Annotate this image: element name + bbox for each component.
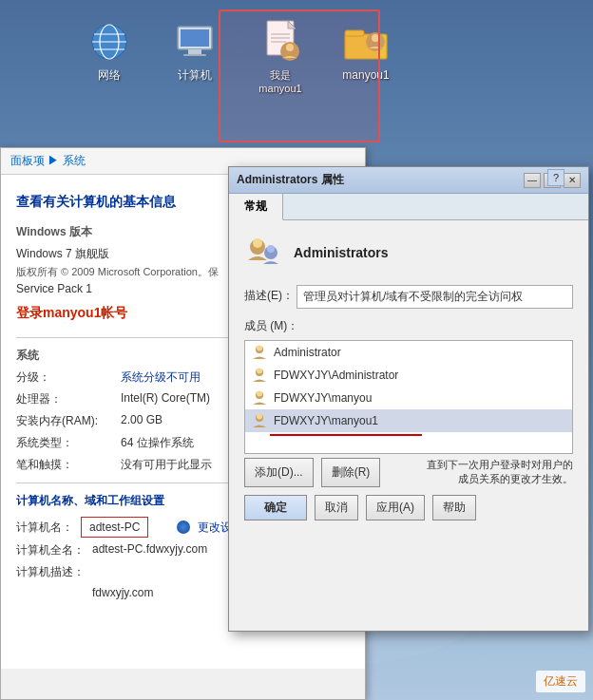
member-icon-3 <box>251 412 268 429</box>
type-value: 64 位操作系统 <box>121 435 194 451</box>
computer-name-label: 计算机名： <box>16 520 73 536</box>
touch-value: 没有可用于此显示 <box>121 457 212 473</box>
dialog-close-button[interactable]: ✕ <box>564 173 581 188</box>
member-icon-0 <box>251 344 268 361</box>
fullname-value: adtest-PC.fdwxyjy.com <box>92 542 207 558</box>
admin-header: Administrators <box>244 234 573 272</box>
svg-rect-7 <box>188 49 201 54</box>
svg-point-29 <box>257 391 262 397</box>
member-name-0: Administrator <box>274 346 341 359</box>
breadcrumb-text: 面板项 ▶ 系统 <box>10 153 86 169</box>
icon-selection-box <box>219 9 380 142</box>
svg-point-21 <box>253 238 262 248</box>
desktop-icon-network[interactable]: 网络 <box>76 19 143 96</box>
grade-value[interactable]: 系统分级不可用 <box>121 369 201 386</box>
description-label2: 计算机描述： <box>16 564 92 580</box>
cpu-label: 处理器： <box>16 391 121 407</box>
svg-rect-6 <box>181 29 209 47</box>
ram-value: 2.00 GB <box>121 413 163 429</box>
network-icon-label: 网络 <box>98 68 121 84</box>
touch-label: 笔和触摸： <box>16 457 121 473</box>
watermark: 亿速云 <box>536 671 585 692</box>
tab-general[interactable]: 常规 <box>229 194 283 220</box>
svg-point-31 <box>257 414 262 420</box>
description-field-row: 描述(E)： 管理员对计算机/域有不受限制的完全访问权 <box>244 285 573 309</box>
member-name-1: FDWXYJY\Administrator <box>274 369 398 382</box>
red-underline <box>270 434 422 436</box>
cancel-button[interactable]: 取消 <box>315 495 358 520</box>
dialog-minimize-button[interactable]: — <box>524 173 541 188</box>
ok-button[interactable]: 确定 <box>244 495 307 520</box>
member-item-fdwxyjy-admin[interactable]: FDWXYJY\Administrator <box>245 364 572 387</box>
desktop: 网络 计算机 <box>0 0 593 700</box>
member-name-3: FDWXYJY\manyou1 <box>274 414 378 427</box>
svg-point-25 <box>257 346 262 351</box>
computer-icon <box>172 19 218 65</box>
dialog-tabs: 常规 <box>229 194 588 220</box>
properties-dialog: Administrators 属性 — □ ✕ 常规 <box>228 166 589 632</box>
remove-member-button[interactable]: 删除(R) <box>321 458 381 487</box>
help-button[interactable]: 帮助 <box>432 495 476 520</box>
svg-point-23 <box>267 245 275 253</box>
note-text: 直到下一次用户登录时对用户的成员关系的更改才生效。 <box>388 458 573 487</box>
network-icon <box>86 19 132 65</box>
ram-label: 安装内存(RAM): <box>16 413 121 429</box>
svg-rect-8 <box>183 54 206 56</box>
computer-name-value: adtest-PC <box>81 517 148 538</box>
type-label: 系统类型： <box>16 435 121 451</box>
member-item-administrator[interactable]: Administrator <box>245 341 572 364</box>
cpu-value: Intel(R) Core(TM) <box>121 391 210 407</box>
add-remove-buttons: 添加(D)... 删除(R) 直到下一次用户登录时对用户的成员关系的更改才生效。 <box>244 458 573 487</box>
add-member-button[interactable]: 添加(D)... <box>244 458 314 487</box>
help-icon-button[interactable]: ? <box>547 169 564 186</box>
member-item-fdwxyjy-manyou[interactable]: FDWXYJY\manyou <box>245 387 572 409</box>
admin-group-icon <box>244 234 282 272</box>
description-field-value[interactable]: 管理员对计算机/域有不受限制的完全访问权 <box>296 285 573 309</box>
admin-name-label: Administrators <box>294 245 389 260</box>
globe-icon <box>177 520 190 534</box>
dialog-action-row: 确定 取消 应用(A) 帮助 <box>244 495 573 520</box>
grade-label: 分级： <box>16 369 121 386</box>
tab-general-label: 常规 <box>244 199 267 213</box>
svg-point-27 <box>257 369 262 374</box>
computer-icon-label: 计算机 <box>178 68 212 84</box>
dialog-body: Administrators 描述(E)： 管理员对计算机/域有不受限制的完全访… <box>229 220 588 534</box>
description-field-label: 描述(E)： <box>244 285 296 304</box>
member-icon-1 <box>251 367 268 384</box>
member-name-2: FDWXYJY\manyou <box>274 391 372 405</box>
members-list[interactable]: Administrator FDWXYJY\Administrator <box>244 340 573 454</box>
dialog-titlebar: Administrators 属性 — □ ✕ <box>229 167 588 194</box>
dialog-title: Administrators 属性 <box>237 172 344 188</box>
member-icon-2 <box>251 389 268 407</box>
fullname-label: 计算机全名： <box>16 542 92 558</box>
member-item-fdwxyjy-manyou1[interactable]: FDWXYJY\manyou1 <box>245 409 572 432</box>
members-label: 成员 (M)： <box>244 318 573 334</box>
apply-button[interactable]: 应用(A) <box>366 495 425 520</box>
